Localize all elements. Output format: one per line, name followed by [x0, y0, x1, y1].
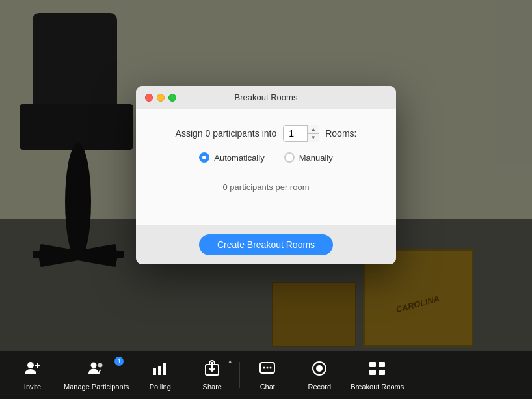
- svg-rect-17: [369, 370, 376, 375]
- polling-button[interactable]: Polling: [134, 355, 186, 394]
- spinner-up-button[interactable]: ▲: [308, 125, 319, 134]
- invite-icon: [23, 359, 42, 380]
- breakout-rooms-modal: Breakout Rooms Assign 0 participants int…: [136, 86, 396, 264]
- svg-point-12: [270, 367, 272, 369]
- modal-overlay: Breakout Rooms Assign 0 participants int…: [0, 0, 532, 350]
- minimize-button[interactable]: [157, 94, 165, 102]
- svg-point-4: [98, 363, 103, 368]
- modal-titlebar: Breakout Rooms: [136, 86, 396, 109]
- create-breakout-rooms-button[interactable]: Create Breakout Rooms: [199, 234, 333, 255]
- participants-info: 0 participants per room: [155, 176, 377, 199]
- assignment-type-row: Automatically Manually: [155, 152, 377, 163]
- svg-rect-7: [163, 363, 166, 375]
- svg-point-10: [263, 367, 265, 369]
- svg-rect-18: [379, 370, 385, 375]
- modal-body: Assign 0 participants into ▲ ▼ Rooms: Au…: [136, 109, 396, 225]
- spinner-buttons: ▲ ▼: [307, 125, 319, 142]
- chat-label: Chat: [260, 383, 275, 391]
- assign-label: Assign 0 participants into: [176, 128, 277, 139]
- manually-option[interactable]: Manually: [284, 152, 333, 163]
- manually-radio[interactable]: [284, 152, 295, 163]
- share-icon: [203, 359, 221, 380]
- toolbar-divider: [239, 362, 240, 388]
- manually-label: Manually: [299, 153, 333, 163]
- polling-label: Polling: [150, 383, 171, 391]
- record-icon: [310, 359, 328, 380]
- maximize-button[interactable]: [168, 94, 176, 102]
- automatically-option[interactable]: Automatically: [199, 152, 264, 163]
- svg-rect-5: [153, 368, 156, 375]
- chat-icon: [258, 359, 276, 380]
- rooms-input-wrap: ▲ ▼: [283, 125, 319, 142]
- invite-button[interactable]: Invite: [7, 355, 59, 394]
- polling-icon: [151, 359, 169, 380]
- participants-icon: [87, 359, 105, 380]
- manage-participants-label: Manage Participants: [64, 383, 129, 391]
- automatically-radio[interactable]: [199, 152, 209, 163]
- svg-point-3: [91, 363, 97, 368]
- breakout-rooms-icon: [368, 359, 386, 380]
- participants-badge: 1: [114, 357, 124, 366]
- svg-rect-6: [158, 366, 161, 375]
- modal-footer: Create Breakout Rooms: [136, 225, 396, 264]
- svg-rect-16: [379, 362, 385, 367]
- svg-point-11: [267, 367, 269, 369]
- spinner-down-button[interactable]: ▼: [308, 134, 319, 143]
- window-controls: [145, 94, 176, 102]
- rooms-label: Rooms:: [325, 128, 356, 139]
- share-caret-icon: ▲: [227, 358, 233, 365]
- record-label: Record: [308, 383, 331, 391]
- svg-point-14: [316, 365, 323, 372]
- svg-point-0: [27, 362, 34, 368]
- share-label: Share: [203, 383, 222, 391]
- assign-row: Assign 0 participants into ▲ ▼ Rooms:: [155, 125, 377, 142]
- close-button[interactable]: [145, 94, 153, 102]
- share-button[interactable]: ▲ Share: [186, 355, 238, 394]
- manage-participants-button[interactable]: 1 Manage Participants: [59, 355, 134, 394]
- svg-rect-15: [369, 362, 376, 367]
- chat-button[interactable]: Chat: [241, 355, 293, 394]
- record-button[interactable]: Record: [293, 355, 345, 394]
- toolbar: Invite 1 Manage Participants Polling: [0, 350, 532, 399]
- invite-label: Invite: [24, 383, 41, 391]
- breakout-rooms-button[interactable]: Breakout Rooms: [345, 355, 409, 394]
- modal-title: Breakout Rooms: [235, 92, 298, 102]
- breakout-rooms-label: Breakout Rooms: [351, 383, 404, 391]
- automatically-label: Automatically: [214, 153, 264, 163]
